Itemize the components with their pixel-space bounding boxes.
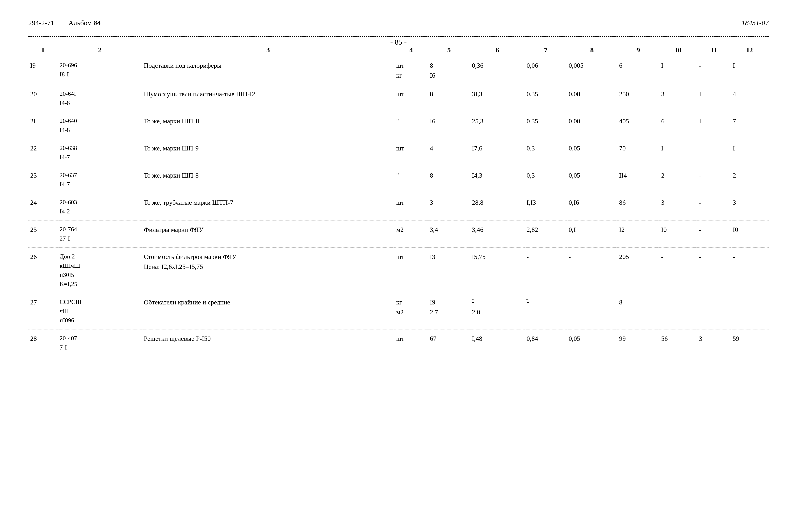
cell-col8: 0,I6 (567, 193, 617, 221)
album-number: 84 (93, 19, 100, 27)
cell-num: 23 (28, 166, 58, 193)
cell-col7: - (525, 248, 567, 293)
cell-col7: 0,3 (525, 139, 567, 166)
cell-col5: 8 I6 (428, 56, 470, 85)
cell-unit: шт (394, 85, 428, 112)
col-header-1: I (28, 42, 58, 56)
cell-col9: I2 (617, 221, 659, 248)
cell-col6: -̄ 2,8 (470, 293, 525, 329)
cell-col9: 70 (617, 139, 659, 166)
cell-col10: 3 (659, 85, 697, 112)
cell-col6: 3,46 (470, 221, 525, 248)
cell-col11: - (697, 293, 731, 329)
cell-description: То же, марки ШП-8 (142, 166, 394, 193)
cell-col5: I6 (428, 112, 470, 139)
cell-col7: 0,06 (525, 56, 567, 85)
cell-col10: I (659, 139, 697, 166)
cell-col10: - (659, 248, 697, 293)
cell-description: То же, марки ШП-II (142, 112, 394, 139)
cell-col5: 67 (428, 329, 470, 357)
cell-col6: I,48 (470, 329, 525, 357)
cell-num: 20 (28, 85, 58, 112)
top-divider (28, 36, 769, 37)
cell-col8: 0,05 (567, 139, 617, 166)
col-header-12: I2 (731, 42, 769, 56)
cell-col5: 8 (428, 85, 470, 112)
cell-num: 25 (28, 221, 58, 248)
cell-col6: I7,6 (470, 139, 525, 166)
cell-col12: - (731, 293, 769, 329)
cell-col6: 28,8 (470, 193, 525, 221)
cell-col8: 0,005 (567, 56, 617, 85)
cell-col6: 3I,3 (470, 85, 525, 112)
cell-col9: 86 (617, 193, 659, 221)
cell-code: 20-637 I4-7 (58, 166, 142, 193)
album-title: Альбом 84 (69, 19, 101, 27)
cell-num: 27 (28, 293, 58, 329)
table-row: 2I20-640 I4-8То же, марки ШП-II"I625,30,… (28, 112, 769, 139)
cell-code: Доп.2 кШIчШ п30I5 K=I,25 (58, 248, 142, 293)
cell-col10: 2 (659, 166, 697, 193)
col-header-9: 9 (617, 42, 659, 56)
cell-code: 20-696 I8-I (58, 56, 142, 85)
cell-col12: 4 (731, 85, 769, 112)
col-header-7: 7 (525, 42, 567, 56)
col-header-3: 3 (142, 42, 394, 56)
cell-col7: -̄ - (525, 293, 567, 329)
cell-col9: 99 (617, 329, 659, 357)
cell-col7: 2,82 (525, 221, 567, 248)
cell-col9: 8 (617, 293, 659, 329)
cell-col5: 8 (428, 166, 470, 193)
cell-col5: I9 2,7 (428, 293, 470, 329)
cell-col11: - (697, 221, 731, 248)
cell-col11: I (697, 85, 731, 112)
cell-code: 20-603 I4-2 (58, 193, 142, 221)
cell-col10: 6 (659, 112, 697, 139)
col-header-11: II (697, 42, 731, 56)
table-row: 2020-64I I4-8Шумоглушители пластинча-тые… (28, 85, 769, 112)
cell-num: 2I (28, 112, 58, 139)
cell-col6: I4,3 (470, 166, 525, 193)
cell-col12: I (731, 139, 769, 166)
cell-num: 24 (28, 193, 58, 221)
cell-col12: 3 (731, 193, 769, 221)
document-id: 18451-07 (742, 19, 769, 27)
table-row: 26Доп.2 кШIчШ п30I5 K=I,25Стоимость филь… (28, 248, 769, 293)
cell-description: Решетки щелевые Р-I50 (142, 329, 394, 357)
cell-col10: - (659, 293, 697, 329)
cell-col9: 6 (617, 56, 659, 85)
cell-col9: 205 (617, 248, 659, 293)
cell-unit: шт кг (394, 56, 428, 85)
table-row: I920-696 I8-IПодставки под калориферышт … (28, 56, 769, 85)
cell-code: 20-407 7-I (58, 329, 142, 357)
cell-col8: 0,08 (567, 112, 617, 139)
cell-unit: шт (394, 193, 428, 221)
cell-description: То же, трубчатые марки ШТП-7 (142, 193, 394, 221)
cell-unit: кг м2 (394, 293, 428, 329)
cell-col12: 59 (731, 329, 769, 357)
table-row: 2220-638 I4-7То же, марки ШП-9шт4I7,60,3… (28, 139, 769, 166)
cell-description: То же, марки ШП-9 (142, 139, 394, 166)
cell-col6: 25,3 (470, 112, 525, 139)
cell-col8: 0,I (567, 221, 617, 248)
cell-col8: 0,05 (567, 329, 617, 357)
table-row: 2320-637 I4-7То же, марки ШП-8"8I4,30,30… (28, 166, 769, 193)
cell-col8: 0,05 (567, 166, 617, 193)
cell-col11: - (697, 56, 731, 85)
cell-code: 20-640 I4-8 (58, 112, 142, 139)
cell-description: Шумоглушители пластинча-тые ШП-I2 (142, 85, 394, 112)
cell-code: ССРСШ чШ пI096 (58, 293, 142, 329)
cell-col11: 3 (697, 329, 731, 357)
cell-unit: шт (394, 139, 428, 166)
cell-description: Фильтры марки ФЯУ (142, 221, 394, 248)
cell-col7: 0,35 (525, 112, 567, 139)
main-table-container: I 2 3 4 5 6 7 8 9 I0 II I2 I920-696 I8-I… (28, 42, 769, 356)
cell-description: Подставки под калориферы (142, 56, 394, 85)
cell-code: 20-764 27-I (58, 221, 142, 248)
cell-col5: 4 (428, 139, 470, 166)
cell-col7: 0,3 (525, 166, 567, 193)
cell-col8: 0,08 (567, 85, 617, 112)
cell-col11: - (697, 248, 731, 293)
cell-col12: 7 (731, 112, 769, 139)
doc-code: 294-2-71 (28, 19, 54, 27)
